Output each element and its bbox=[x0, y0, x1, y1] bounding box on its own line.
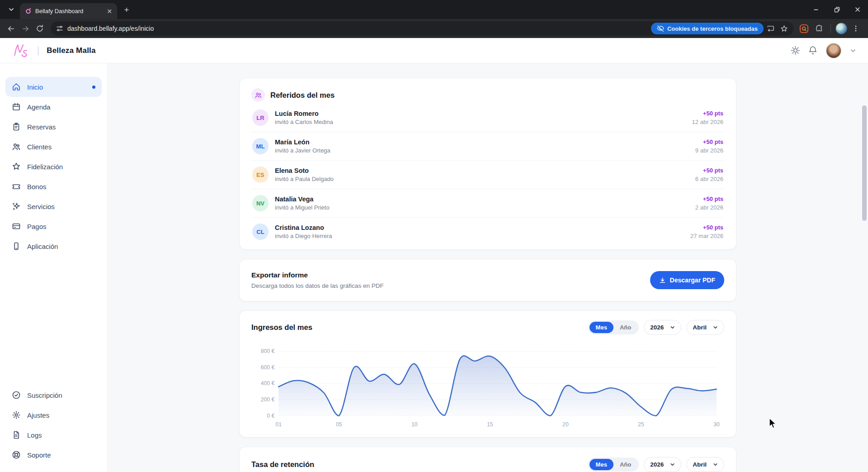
export-texts: Exportar informe Descarga todos los dato… bbox=[251, 271, 384, 289]
header-actions bbox=[791, 43, 856, 59]
sparkles-icon bbox=[12, 202, 21, 211]
referral-row: ML María León invitó a Javier Ortega +50… bbox=[251, 132, 724, 161]
referral-detail: invitó a Miguel Prieto bbox=[275, 204, 330, 211]
referrals-card: Referidos del mes LR Lucía Romero invitó… bbox=[239, 78, 736, 250]
sidebar: Inicio Agenda Reservas Clientes Fideliza… bbox=[0, 63, 108, 472]
bellafy-favicon-icon bbox=[25, 8, 32, 14]
address-bar[interactable]: dashboard.bellafy.app/es/inicio Cookies … bbox=[51, 21, 793, 36]
sidebar-item-ajustes[interactable]: Ajustes bbox=[5, 405, 102, 425]
sidebar-item-servicios[interactable]: Servicios bbox=[5, 196, 102, 216]
sidebar-footer: Suscripción Ajustes Logs Soporte bbox=[5, 385, 102, 465]
svg-text:800 €: 800 € bbox=[261, 348, 275, 354]
sidebar-item-label: Servicios bbox=[27, 203, 55, 210]
avatar: LR bbox=[252, 110, 269, 126]
browser-tab[interactable]: Bellafy Dashboard ✕ bbox=[20, 3, 117, 19]
url-text: dashboard.bellafy.app/es/inicio bbox=[67, 25, 154, 32]
download-icon bbox=[659, 277, 666, 284]
svg-text:01: 01 bbox=[275, 421, 282, 428]
file-text-icon bbox=[12, 430, 21, 439]
tab-close-button[interactable]: ✕ bbox=[105, 7, 113, 15]
toggle-month-button[interactable]: Mes bbox=[590, 459, 613, 470]
notifications-bell-icon[interactable] bbox=[808, 46, 817, 55]
two-users-icon bbox=[251, 88, 265, 102]
sidebar-item-reservas[interactable]: Reservas bbox=[5, 117, 102, 137]
export-title: Exportar informe bbox=[251, 271, 384, 279]
users-icon bbox=[12, 142, 21, 151]
sidebar-item-agenda[interactable]: Agenda bbox=[5, 97, 102, 117]
ticket-icon bbox=[12, 182, 21, 191]
window-controls bbox=[806, 0, 868, 19]
sidebar-item-clientes[interactable]: Clientes bbox=[5, 137, 102, 157]
year-select[interactable]: 2026 bbox=[644, 457, 681, 472]
minimize-button[interactable] bbox=[806, 0, 826, 19]
referral-name: Cristina Lozano bbox=[275, 224, 332, 231]
chevron-down-icon bbox=[9, 7, 14, 12]
referral-meta: +50 pts 27 mar 2026 bbox=[690, 224, 723, 239]
toggle-month-button[interactable]: Mes bbox=[590, 322, 613, 333]
life-buoy-icon bbox=[12, 450, 21, 459]
scrollbar-thumb[interactable] bbox=[862, 105, 867, 221]
referral-detail: invitó a Carlos Medina bbox=[275, 119, 333, 125]
home-icon bbox=[12, 82, 21, 91]
reload-button[interactable] bbox=[33, 21, 47, 36]
month-select-value: Abril bbox=[693, 324, 707, 331]
sidebar-item-label: Bonos bbox=[27, 183, 47, 191]
referral-row: LR Lucía Romero invitó a Carlos Medina +… bbox=[251, 104, 724, 132]
toggle-year-button[interactable]: Año bbox=[613, 459, 637, 470]
svg-text:600 €: 600 € bbox=[261, 364, 275, 371]
tab-search-button[interactable] bbox=[5, 3, 18, 16]
toolbar-divider bbox=[830, 24, 831, 33]
tab-title: Bellafy Dashboard bbox=[35, 8, 102, 14]
bookmark-star-icon[interactable] bbox=[777, 22, 791, 35]
referral-name: Lucía Romero bbox=[275, 110, 333, 117]
browser-menu-icon[interactable] bbox=[849, 22, 863, 35]
sidebar-item-fidelizacion[interactable]: Fidelización bbox=[5, 157, 102, 176]
referrals-header: Referidos del mes bbox=[251, 88, 724, 102]
back-button[interactable] bbox=[4, 21, 18, 36]
theme-sun-icon[interactable] bbox=[791, 46, 800, 55]
referral-who: María León invitó a Javier Ortega bbox=[275, 138, 330, 154]
sidebar-item-suscripcion[interactable]: Suscripción bbox=[5, 385, 102, 405]
sidebar-item-inicio[interactable]: Inicio bbox=[5, 77, 102, 97]
profile-chevron-icon[interactable] bbox=[850, 48, 856, 54]
referral-detail: invitó a Javier Ortega bbox=[275, 147, 330, 154]
referral-date: 12 abr 2026 bbox=[692, 119, 723, 125]
browser-profile-avatar[interactable] bbox=[835, 23, 847, 34]
star-icon bbox=[12, 162, 21, 171]
cookies-blocked-badge[interactable]: Cookies de terceros bloqueadas bbox=[651, 23, 764, 34]
sidebar-item-aplicacion[interactable]: Aplicación bbox=[5, 236, 102, 256]
sidebar-item-soporte[interactable]: Soporte bbox=[5, 445, 102, 465]
retention-card: Tasa de retención Mes Año 2026 Abril bbox=[239, 447, 736, 472]
svg-text:10: 10 bbox=[411, 421, 418, 428]
month-select[interactable]: Abril bbox=[686, 457, 724, 472]
install-app-icon[interactable] bbox=[764, 22, 777, 35]
svg-text:400 €: 400 € bbox=[261, 380, 275, 386]
extension-orange-icon[interactable] bbox=[797, 22, 811, 35]
retention-title: Tasa de retención bbox=[251, 460, 314, 469]
referral-row: ES Elena Soto invitó a Paula Delgado +50… bbox=[251, 161, 724, 189]
close-window-button[interactable] bbox=[847, 0, 868, 19]
download-pdf-button[interactable]: Descargar PDF bbox=[650, 271, 724, 289]
referral-name: Elena Soto bbox=[275, 167, 334, 174]
referral-who: Natalia Vega invitó a Miguel Prieto bbox=[275, 195, 330, 211]
sidebar-item-bonos[interactable]: Bonos bbox=[5, 176, 102, 196]
site-info-icon[interactable] bbox=[56, 25, 63, 32]
brand-divider: | bbox=[37, 45, 39, 56]
forward-button[interactable] bbox=[18, 21, 33, 36]
active-dot bbox=[92, 86, 95, 89]
user-avatar[interactable] bbox=[826, 43, 842, 59]
main-area: Referidos del mes LR Lucía Romero invitó… bbox=[108, 63, 868, 472]
restore-button[interactable] bbox=[826, 0, 847, 19]
year-select[interactable]: 2026 bbox=[644, 320, 681, 335]
toggle-year-button[interactable]: Año bbox=[613, 322, 637, 333]
sidebar-item-label: Reservas bbox=[27, 123, 56, 131]
referral-row: NV Natalia Vega invitó a Miguel Prieto +… bbox=[251, 189, 724, 218]
browser-toolbar: dashboard.bellafy.app/es/inicio Cookies … bbox=[0, 19, 868, 38]
sidebar-item-logs[interactable]: Logs bbox=[5, 425, 102, 445]
new-tab-button[interactable]: + bbox=[120, 3, 133, 17]
svg-text:30: 30 bbox=[713, 421, 720, 428]
referrals-title: Referidos del mes bbox=[270, 91, 335, 100]
month-select[interactable]: Abril bbox=[686, 320, 724, 335]
extensions-puzzle-icon[interactable] bbox=[812, 22, 826, 35]
sidebar-item-pagos[interactable]: Pagos bbox=[5, 216, 102, 236]
